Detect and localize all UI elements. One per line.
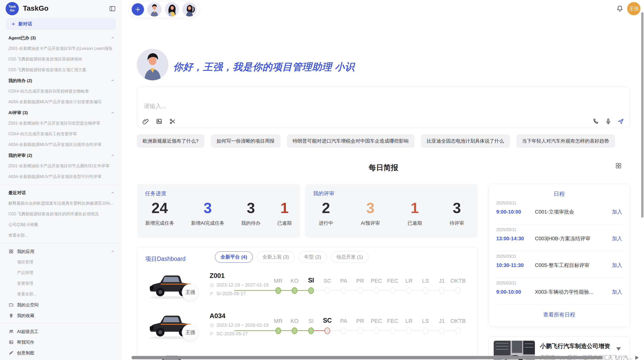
suggestion-chip[interactable]: 特朗普可能对进口汽车增税会对中国车企造成哪些影响 xyxy=(287,134,415,148)
section-ai-review[interactable]: AI评审 (3) xyxy=(0,107,121,118)
suggestion-chip[interactable]: 如何写一份清晰的项目周报 xyxy=(211,134,281,148)
join-link[interactable]: 加入 xyxy=(612,262,622,269)
card-title: 我的评审 xyxy=(313,190,334,197)
list-item[interactable]: Z001-全新燃油轻卡产品开发项目SI造型提交物评审 xyxy=(0,118,121,129)
milestone-label: PA xyxy=(340,318,347,324)
join-link[interactable]: 加入 xyxy=(612,208,622,215)
people-icon xyxy=(9,329,14,334)
milestone-dot xyxy=(423,287,428,294)
vertical-scrollbar[interactable] xyxy=(641,12,643,218)
list-item[interactable]: Z001-全新燃油皮卡产品开发项目SI节点Lesson Learn报告 xyxy=(0,43,121,54)
scroll-right-arrow[interactable] xyxy=(635,356,639,360)
list-item[interactable]: C02-飞腾新能源轻客改款项目立项汇报方案 xyxy=(0,65,121,75)
attachment-icon[interactable] xyxy=(142,118,149,125)
microphone-icon[interactable] xyxy=(605,118,612,125)
list-item[interactable]: A034-全新新能源MUV产品开发项目计划变更表编写 xyxy=(0,97,121,107)
milestone-dot xyxy=(439,327,445,334)
milestone-dot xyxy=(423,327,428,334)
tab-model-year[interactable]: 年型 (2) xyxy=(299,251,327,263)
scroll-down-arrow[interactable] xyxy=(616,347,621,351)
sidebar-item-label: AI超级员工 xyxy=(17,329,38,335)
clock-icon xyxy=(210,323,214,328)
schedule-item: 2025/03/11 9:00-10:00 C001-立项审批会 加入 xyxy=(496,198,622,224)
new-chat-button[interactable]: 新对话 xyxy=(7,18,115,29)
milestone-dot xyxy=(341,327,346,334)
notification-bell-icon[interactable] xyxy=(616,5,623,12)
avatar[interactable] xyxy=(147,2,162,17)
sidebar-item-ai-super-staff[interactable]: AI超级员工 xyxy=(0,326,121,337)
project-row[interactable]: 王强 Z001 2023-12-19 ~ 2027-01-19 SI-2025-… xyxy=(137,268,478,308)
sidebar-item-creative-drawing[interactable]: 创意制图 xyxy=(0,348,121,358)
scissors-icon[interactable] xyxy=(169,118,176,125)
flag-icon xyxy=(210,332,214,336)
sidebar-collapse-icon[interactable] xyxy=(109,5,116,12)
image-upload-icon[interactable] xyxy=(156,118,163,125)
join-link[interactable]: 加入 xyxy=(612,235,622,242)
milestone-label: LR xyxy=(405,318,413,324)
list-item[interactable]: A034-全新新能源MUV产品开发项目法规符合性评审 xyxy=(0,139,121,150)
voice-call-icon[interactable] xyxy=(592,118,599,125)
suggestion-chip[interactable]: 当下年轻人对汽车外观有怎样的喜好趋势 xyxy=(516,134,615,148)
avatar[interactable] xyxy=(182,2,197,17)
plus-icon xyxy=(11,22,16,26)
sidebar-item-cloud-space[interactable]: 我的云空间 xyxy=(0,299,121,310)
assistant-avatar xyxy=(137,49,168,80)
app-title: TaskGo xyxy=(23,4,49,12)
suggestion-chip[interactable]: 欧洲新规最近颁布了什么? xyxy=(137,134,204,148)
list-item[interactable]: C0X4-动力总成开发项目工程变更评审 xyxy=(0,129,121,139)
list-item[interactable]: 公司Q3轻卡销量 xyxy=(0,219,121,230)
schedule-date: 2025/03/11 xyxy=(496,201,622,205)
sidebar-item-project-mgmt[interactable]: 项目管理 xyxy=(0,257,121,267)
send-icon[interactable] xyxy=(617,118,624,125)
stat-pending-review: 3 待评审 xyxy=(450,201,464,227)
taskgo-app: Task Go TaskGo 新对话 Agent已办 (3) Z001-全新燃油… xyxy=(0,0,644,360)
tab-powertrain-dev[interactable]: 动总开发 (1) xyxy=(331,251,369,263)
horizontal-scrollbar[interactable] xyxy=(131,356,603,359)
list-item[interactable]: 解释最新出台的欧盟报废车法规再生塑料比例被调至15%... xyxy=(0,198,121,209)
daily-briefing-title: 每日简报 xyxy=(137,163,630,173)
section-title: 我的待办 (2) xyxy=(8,78,32,84)
sidebar-item-change-mgmt[interactable]: 变更管理 xyxy=(0,278,121,289)
milestone-dot xyxy=(374,287,379,294)
milestone-label: PA xyxy=(340,278,347,284)
list-item[interactable]: C0X4-动力总成开发项目SI里程碑提交物检查 xyxy=(0,86,121,97)
chevron-up-icon xyxy=(110,78,115,83)
milestone-dot xyxy=(455,287,461,294)
view-all-apps[interactable]: 查看全部... xyxy=(0,289,121,299)
tab-new-platform[interactable]: 全新平台 (4) xyxy=(215,251,253,263)
sidebar-item-my-apps[interactable]: 我的应用 xyxy=(0,246,121,257)
list-item[interactable]: C02-飞腾新能源轻客改款项目里程碑画布 xyxy=(0,54,121,65)
sidebar-item-label: 创意制图 xyxy=(17,350,34,356)
view-all-chats[interactable]: 查看全部... xyxy=(0,230,121,241)
section-my-todo[interactable]: 我的待办 (2) xyxy=(0,75,121,86)
list-item[interactable]: C02-飞腾新能源轻客改款项目的闭环通告反馈情况 xyxy=(0,209,121,219)
sidebar-item-label: 我的收藏 xyxy=(17,313,34,319)
project-row[interactable]: 王强 A034 2023-12-19 ~ 2026-01-19 SC-2025-… xyxy=(137,308,478,349)
project-name: Z001 xyxy=(210,272,225,280)
schedule-time: 10:30-11:30 xyxy=(496,262,535,268)
milestone-label: MR xyxy=(274,318,283,324)
join-link[interactable]: 加入 xyxy=(612,289,622,295)
section-agent-done[interactable]: Agent已办 (3) xyxy=(0,33,121,43)
milestone-label: KO xyxy=(290,318,299,324)
sidebar-item-product-mgmt[interactable]: 产品管理 xyxy=(0,267,121,278)
list-item[interactable]: Z001-全新燃油轻卡产品开发项目SI节点属性5D文件评审 xyxy=(0,161,121,171)
avatar[interactable] xyxy=(165,2,179,17)
sidebar-item-help-me-write[interactable]: 帮我写作 xyxy=(0,337,121,348)
tab-new-body[interactable]: 全新上装 (3) xyxy=(257,251,295,263)
user-avatar[interactable]: 王强 xyxy=(627,2,640,15)
schedule-time: 9:00-10:00 xyxy=(496,209,535,215)
section-my-review[interactable]: 我的评审 (2) xyxy=(0,150,121,161)
milestone-label: SC xyxy=(324,278,331,284)
suggestion-chip[interactable]: 比亚迪全固态电池计划具体说了什么 xyxy=(421,134,510,148)
schedule-time: 13:00-14:30 xyxy=(496,236,535,242)
add-agent-button[interactable] xyxy=(132,3,144,16)
sidebar-item-favorites[interactable]: 我的收藏 xyxy=(0,310,121,321)
chat-input[interactable]: 请输入... xyxy=(137,87,630,128)
milestone-dot-done xyxy=(275,327,281,334)
view-all-schedule-link[interactable]: 查看所有日程 xyxy=(489,311,630,318)
layout-grid-icon[interactable] xyxy=(615,162,622,169)
section-recent-chats[interactable]: 最近对话 xyxy=(0,187,121,198)
list-item[interactable]: A034-全新新能源MUV产品开发项目造型可行性评审 xyxy=(0,171,121,182)
milestone-dot xyxy=(390,287,396,294)
